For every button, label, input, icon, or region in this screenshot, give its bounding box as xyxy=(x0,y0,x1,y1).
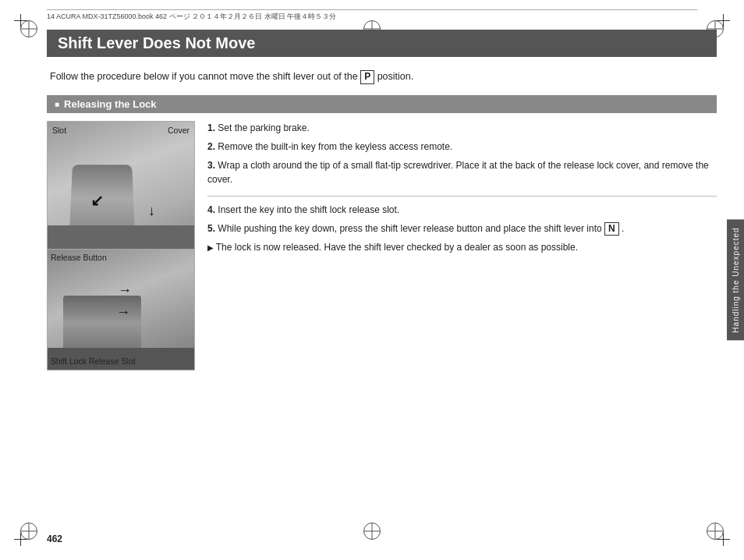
image-bottom: Release Button Shift Lock Release Slot →… xyxy=(47,250,195,370)
step-5-text: While pushing the key down, press the sh… xyxy=(218,223,601,234)
section-divider xyxy=(207,196,717,197)
p-indicator: P xyxy=(360,70,374,84)
intro-text-after: position. xyxy=(377,71,414,82)
arrow-indicator-top-left: ↙ xyxy=(90,191,104,210)
step-1-text: Set the parking brake. xyxy=(218,122,309,133)
content-row: Slot Cover ↙ ↓ Release Button Shift Lock… xyxy=(47,121,717,370)
image-area: Slot Cover ↙ ↓ Release Button Shift Lock… xyxy=(47,121,195,370)
instruction-5: 5. While pushing the key down, press the… xyxy=(207,222,717,236)
page-title: Shift Lever Does Not Move xyxy=(47,30,717,57)
note-text: The lock is now released. Have the shift… xyxy=(216,242,578,253)
cover-label: Cover xyxy=(168,126,190,135)
shift-slot-label: Shift Lock Release Slot xyxy=(51,356,136,366)
reg-mark-tl xyxy=(20,20,37,37)
step-2-num: 2. xyxy=(207,141,215,152)
reg-mark-bl xyxy=(20,523,37,540)
instructions-group-1: 1. Set the parking brake. 2. Remove the … xyxy=(207,121,717,186)
step-1-num: 1. xyxy=(207,122,215,133)
step-4-num: 4. xyxy=(207,204,215,215)
slot-label: Slot xyxy=(52,126,66,135)
step-5-text-after: . xyxy=(622,223,624,234)
main-content: Shift Lever Does Not Move Follow the pro… xyxy=(47,30,717,521)
step-4-text: Insert the key into the shift lock relea… xyxy=(218,204,399,215)
image-top: Slot Cover ↙ ↓ xyxy=(47,121,195,250)
instruction-4: 4. Insert the key into the shift lock re… xyxy=(207,203,717,217)
step-3-num: 3. xyxy=(207,160,215,171)
release-btn-label: Release Button xyxy=(51,253,107,262)
instruction-1: 1. Set the parking brake. xyxy=(207,121,717,135)
arrow-indicator-bot-1: → xyxy=(118,282,132,299)
instruction-2: 2. Remove the built-in key from the keyl… xyxy=(207,140,717,154)
section-header: Releasing the Lock xyxy=(47,95,717,113)
step-5-num: 5. xyxy=(207,223,215,234)
instruction-note: The lock is now released. Have the shift… xyxy=(207,240,717,254)
intro-paragraph: Follow the procedure below if you cannot… xyxy=(47,69,717,84)
print-header: 14 ACURA MDX-31TZ56000.book 462 ページ ２０１４… xyxy=(47,9,697,22)
reg-mark-bc xyxy=(363,523,381,540)
instructions-group-2: 4. Insert the key into the shift lock re… xyxy=(207,203,717,255)
side-tab-label: Handling the Unexpected xyxy=(732,227,740,332)
intro-text-before: Follow the procedure below if you cannot… xyxy=(50,71,358,82)
section-header-label: Releasing the Lock xyxy=(64,98,156,110)
arrow-indicator-top-right: ↓ xyxy=(148,203,155,219)
n-indicator: N xyxy=(604,222,619,236)
instructions-panel: 1. Set the parking brake. 2. Remove the … xyxy=(207,121,717,370)
instruction-3: 3. Wrap a cloth around the tip of a smal… xyxy=(207,158,717,186)
reg-mark-br xyxy=(707,523,724,540)
arrow-indicator-bot-2: → xyxy=(116,304,130,321)
step-3-text: Wrap a cloth around the tip of a small f… xyxy=(207,160,709,185)
step-2-text: Remove the built-in key from the keyless… xyxy=(218,141,452,152)
top-image-visual xyxy=(48,122,194,249)
side-tab: Handling the Unexpected xyxy=(727,219,744,340)
page-number: 462 xyxy=(47,533,62,544)
